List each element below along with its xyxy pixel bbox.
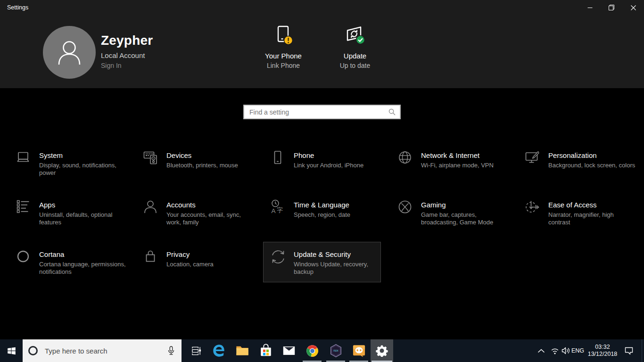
devices-icon (142, 149, 158, 165)
category-title: Cortana (39, 250, 64, 258)
category-subtitle: Wi-Fi, airplane mode, VPN (421, 162, 494, 169)
taskbar-clock[interactable]: 03:32 13/12/2018 (586, 339, 619, 362)
taskbar: Type here to search (0, 339, 644, 362)
tray-date: 13/12/2018 (588, 351, 618, 358)
category-subtitle: Speech, region, date (294, 211, 350, 219)
sign-in-link[interactable]: Sign In (101, 62, 122, 69)
globe-icon (397, 149, 413, 165)
minimize-icon (587, 5, 593, 10)
category-subtitle: Background, lock screen, colors (548, 162, 635, 169)
find-setting-searchbox[interactable] (243, 105, 401, 119)
category-title: Phone (294, 151, 314, 159)
close-button[interactable] (622, 0, 644, 15)
update-status: Up to date (340, 62, 371, 69)
category-subtitle: Narrator, magnifier, high contrast (548, 211, 614, 226)
category-subtitle: Game bar, captures, broadcasting, Game M… (421, 211, 493, 226)
category-tile-system[interactable]: System Display, sound, notifications, po… (9, 143, 126, 183)
category-subtitle: Bluetooth, printers, mouse (166, 162, 238, 169)
category-tile-devices[interactable]: Devices Bluetooth, printers, mouse (136, 143, 253, 183)
category-subtitle: Uninstall, defaults, optional features (39, 211, 112, 226)
category-title: Time & Language (294, 201, 349, 209)
category-tile-accounts[interactable]: Accounts Your accounts, email, sync, wor… (136, 193, 253, 232)
restore-down-icon (609, 5, 614, 10)
chevron-up-icon (537, 349, 545, 353)
update-shortcut[interactable]: Update Up to date (332, 25, 378, 69)
category-tile-ease-of-access[interactable]: Ease of Access Narrator, magnifier, high… (518, 193, 635, 232)
personalization-icon (524, 149, 540, 165)
category-tile-personalization[interactable]: Personalization Background, lock screen,… (518, 143, 635, 183)
category-tile-gaming[interactable]: Gaming Game bar, captures, broadcasting,… (391, 193, 508, 232)
xbox-icon (397, 199, 413, 215)
language-indicator[interactable]: ENG (570, 339, 586, 362)
settings-category-grid: System Display, sound, notifications, po… (9, 143, 635, 282)
category-subtitle: Display, sound, notifications, power (39, 162, 116, 177)
system-tray: ENG 03:32 13/12/2018 (0, 339, 644, 362)
accounts-person-icon (142, 199, 158, 215)
category-title: Gaming (421, 201, 446, 209)
find-setting-input[interactable] (244, 108, 388, 116)
lock-icon (142, 248, 158, 264)
category-title: Personalization (548, 151, 597, 159)
apps-list-icon (15, 199, 31, 215)
cortana-icon (15, 248, 31, 264)
category-subtitle: Your accounts, email, sync, work, family (166, 211, 241, 226)
category-tile-cortana[interactable]: Cortana Cortana language, permissions, n… (9, 242, 126, 282)
show-hidden-icons-button[interactable] (535, 339, 548, 362)
your-phone-status: Link Phone (267, 62, 300, 69)
your-phone-title: Your Phone (265, 52, 302, 60)
screen: Settings Zeypher Local Account (0, 0, 644, 362)
update-title: Update (344, 52, 366, 60)
category-title: Apps (39, 201, 55, 209)
ease-of-access-icon (524, 199, 540, 215)
category-tile-apps[interactable]: Apps Uninstall, defaults, optional featu… (9, 193, 126, 232)
your-phone-shortcut[interactable]: Your Phone Link Phone (261, 25, 306, 69)
category-title: Accounts (166, 201, 196, 209)
category-subtitle: Link your Android, iPhone (294, 162, 363, 169)
clock-language-icon: A 字 (270, 199, 286, 215)
category-tile-phone[interactable]: Phone Link your Android, iPhone (264, 143, 380, 183)
update-ok-icon (344, 25, 366, 45)
minimize-button[interactable] (579, 0, 601, 15)
speaker-icon (561, 347, 570, 354)
category-tile-time-language[interactable]: A 字 Time & Language Speech, region, date (264, 193, 380, 232)
category-title: Network & Internet (421, 151, 479, 159)
phone-alert-icon (273, 25, 294, 45)
category-tile-network[interactable]: Network & Internet Wi-Fi, airplane mode,… (391, 143, 508, 183)
show-desktop-button[interactable] (642, 339, 642, 362)
category-tile-privacy[interactable]: Privacy Location, camera (136, 242, 253, 282)
category-subtitle: Location, camera (166, 261, 214, 268)
category-title: Update & Security (294, 250, 351, 258)
tray-time: 03:32 (595, 344, 610, 351)
restore-button[interactable] (601, 0, 622, 15)
settings-header (0, 0, 644, 88)
wifi-icon (551, 347, 559, 354)
category-title: Devices (166, 151, 191, 159)
svg-text:A: A (272, 207, 276, 214)
settings-window: Settings Zeypher Local Account (0, 0, 644, 339)
person-icon (54, 37, 84, 67)
category-subtitle: Cortana language, permissions, notificat… (39, 261, 126, 276)
action-center-icon (625, 347, 633, 355)
category-title: System (39, 151, 63, 159)
close-icon (631, 5, 636, 10)
sync-icon (270, 248, 287, 265)
user-name: Zeypher (101, 33, 153, 48)
category-subtitle: Windows Update, recovery, backup (294, 261, 368, 276)
category-tile-update-security[interactable]: Update & Security Windows Update, recove… (264, 242, 380, 282)
category-title: Privacy (166, 250, 190, 258)
category-title: Ease of Access (548, 201, 597, 209)
phone-icon (270, 149, 286, 165)
search-icon (388, 108, 396, 115)
user-avatar[interactable] (43, 26, 96, 79)
window-title: Settings (7, 4, 28, 11)
laptop-icon (15, 149, 31, 165)
svg-text:字: 字 (277, 206, 283, 214)
account-type: Local Account (101, 51, 145, 59)
action-center-button[interactable] (620, 339, 638, 362)
